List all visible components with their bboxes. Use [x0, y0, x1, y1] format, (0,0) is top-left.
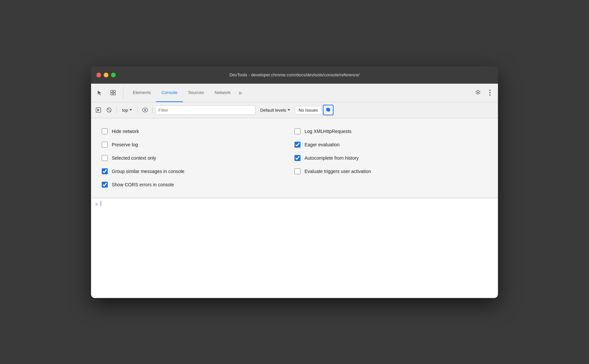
- svg-point-6: [489, 94, 491, 96]
- eye-button[interactable]: [140, 105, 150, 115]
- checkbox-selected-context-only[interactable]: Selected context only: [102, 152, 294, 164]
- settings-panel: Hide network Preserve log Selected conte…: [91, 118, 498, 198]
- settings-button[interactable]: [473, 87, 483, 98]
- title-bar: DevTools - developer.chrome.com/docs/dev…: [91, 66, 498, 84]
- checkbox-autocomplete-history[interactable]: Autocomplete from history: [294, 152, 487, 164]
- toolbar-divider-2: [137, 107, 138, 113]
- show-cors-errors-label: Show CORS errors in console: [112, 182, 174, 187]
- autocomplete-history-label: Autocomplete from history: [305, 155, 359, 161]
- tab-sources[interactable]: Sources: [183, 84, 209, 102]
- clear-console-button[interactable]: [104, 105, 114, 115]
- minimize-button[interactable]: [104, 73, 108, 77]
- console-toolbar: top Default levels: [91, 102, 498, 118]
- preserve-log-checkbox[interactable]: [102, 142, 108, 148]
- tab-bar-actions: [473, 87, 495, 98]
- devtools-panel: Elements Console Sources Network »: [91, 84, 498, 298]
- evaluate-triggers-label: Evaluate triggers user activation: [305, 169, 371, 174]
- toolbar-divider-3: [152, 107, 153, 113]
- svg-marker-14: [287, 109, 290, 111]
- traffic-lights: [96, 73, 116, 77]
- context-selector[interactable]: top: [119, 106, 135, 114]
- tab-network[interactable]: Network: [209, 84, 236, 102]
- checkbox-eager-evaluation[interactable]: Eager evaluation: [294, 138, 487, 151]
- console-prompt: >: [95, 201, 98, 208]
- eager-evaluation-label: Eager evaluation: [305, 142, 340, 147]
- eager-evaluation-checkbox[interactable]: [294, 142, 301, 148]
- tab-elements[interactable]: Elements: [127, 84, 156, 102]
- svg-point-4: [489, 90, 491, 91]
- no-issues-button[interactable]: No Issues: [295, 106, 322, 114]
- log-xmlhttp-checkbox[interactable]: [294, 128, 301, 134]
- tab-icon-group: [94, 87, 123, 99]
- checkbox-group-similar-messages[interactable]: Group similar messages in console: [102, 165, 294, 178]
- devtools-window: DevTools - developer.chrome.com/docs/dev…: [91, 66, 498, 298]
- selected-context-only-label: Selected context only: [112, 155, 156, 161]
- settings-right-column: Log XMLHttpRequests Eager evaluation Aut…: [294, 125, 487, 191]
- checkbox-hide-network[interactable]: Hide network: [102, 125, 294, 138]
- svg-point-5: [489, 92, 491, 93]
- context-selector-label: top: [122, 108, 128, 113]
- svg-rect-1: [113, 90, 115, 92]
- svg-marker-8: [97, 109, 100, 111]
- log-xmlhttp-label: Log XMLHttpRequests: [305, 129, 352, 134]
- filter-input[interactable]: [155, 105, 255, 115]
- tab-console[interactable]: Console: [156, 84, 183, 102]
- log-levels-label: Default levels: [260, 108, 286, 113]
- checkbox-show-cors-errors[interactable]: Show CORS errors in console: [102, 178, 294, 191]
- svg-line-10: [107, 108, 111, 112]
- console-cursor: [101, 201, 101, 206]
- hide-network-label: Hide network: [112, 129, 139, 134]
- more-options-button[interactable]: [485, 87, 495, 98]
- settings-left-column: Hide network Preserve log Selected conte…: [102, 125, 294, 191]
- svg-rect-3: [113, 93, 115, 95]
- selected-context-only-checkbox[interactable]: [102, 155, 108, 161]
- tabs-container: Elements Console Sources Network »: [127, 84, 473, 102]
- toolbar-divider-1: [116, 107, 117, 113]
- tab-more-button[interactable]: »: [236, 89, 244, 96]
- svg-point-13: [144, 109, 146, 111]
- svg-rect-0: [111, 90, 113, 92]
- show-cors-errors-checkbox[interactable]: [102, 182, 108, 188]
- evaluate-triggers-checkbox[interactable]: [294, 168, 301, 174]
- hide-network-checkbox[interactable]: [102, 128, 108, 134]
- preserve-log-label: Preserve log: [112, 142, 138, 147]
- window-title: DevTools - developer.chrome.com/docs/dev…: [229, 72, 360, 77]
- console-settings-button[interactable]: [323, 105, 334, 115]
- maximize-button[interactable]: [111, 73, 116, 77]
- checkbox-log-xmlhttp[interactable]: Log XMLHttpRequests: [294, 125, 487, 138]
- cursor-icon-button[interactable]: [94, 87, 106, 99]
- group-similar-messages-label: Group similar messages in console: [112, 169, 184, 174]
- autocomplete-history-checkbox[interactable]: [294, 155, 301, 161]
- svg-rect-2: [111, 93, 113, 95]
- checkbox-evaluate-triggers[interactable]: Evaluate triggers user activation: [294, 165, 487, 178]
- close-button[interactable]: [96, 73, 101, 77]
- svg-marker-11: [129, 109, 132, 111]
- run-snippet-button[interactable]: [94, 105, 103, 115]
- log-levels-button[interactable]: Default levels: [257, 106, 293, 114]
- checkbox-preserve-log[interactable]: Preserve log: [102, 138, 294, 151]
- group-similar-messages-checkbox[interactable]: [102, 168, 108, 174]
- console-input-area[interactable]: >: [91, 198, 498, 298]
- tab-bar: Elements Console Sources Network »: [91, 84, 498, 102]
- no-issues-label: No Issues: [299, 108, 318, 113]
- inspect-icon-button[interactable]: [107, 87, 119, 99]
